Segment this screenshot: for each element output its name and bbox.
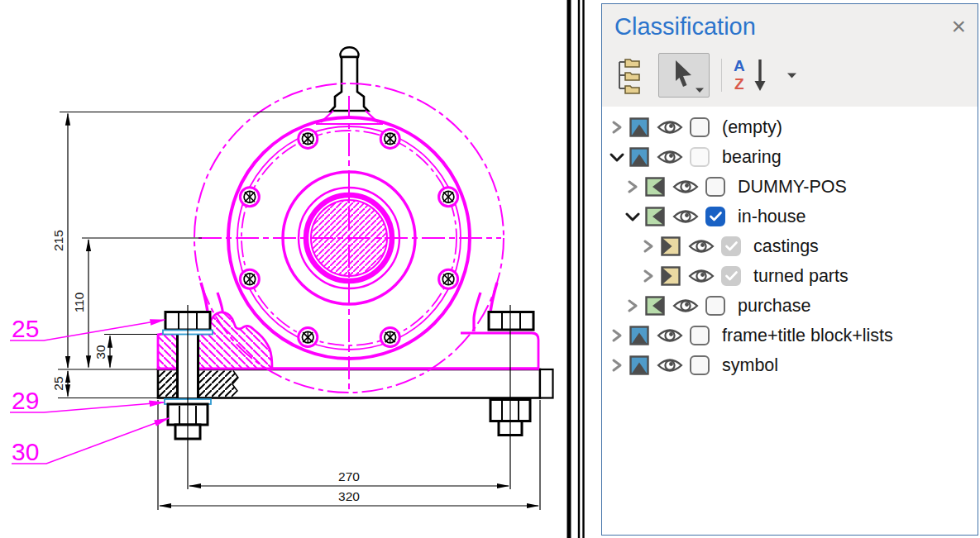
visibility-eye-icon[interactable]: [672, 178, 699, 196]
visibility-eye-icon[interactable]: [688, 267, 715, 285]
layer-checkbox[interactable]: [690, 147, 710, 167]
close-icon[interactable]: ×: [951, 16, 966, 37]
chevron-icon[interactable]: [607, 355, 627, 375]
layer-type-icon: [629, 147, 649, 167]
layer-type-icon: [645, 296, 665, 316]
tree-row-frame-title-block-lists[interactable]: frame+title block+lists: [602, 321, 978, 350]
panel-title: Classification: [614, 13, 756, 40]
cover-bolt: [240, 188, 259, 207]
tree-row-symbol[interactable]: symbol: [602, 350, 978, 380]
visibility-eye-icon[interactable]: [657, 148, 683, 166]
balloon-30: 30: [12, 438, 39, 465]
chevron-icon[interactable]: [623, 296, 643, 316]
dim-270: 270: [338, 469, 360, 483]
chevron-icon[interactable]: [623, 177, 643, 197]
visibility-eye-icon[interactable]: [657, 118, 683, 136]
balloons[interactable]: 25 29 30: [10, 315, 169, 465]
sort-z-glyph: Z: [734, 75, 744, 93]
dim-215: 215: [51, 230, 65, 251]
layer-checkbox[interactable]: [705, 296, 725, 316]
structure-tree-icon[interactable]: [614, 55, 645, 95]
layer-label: symbol: [722, 355, 778, 376]
layer-label: (empty): [722, 117, 782, 138]
tree-row-castings[interactable]: castings: [602, 231, 978, 261]
classification-panel: Classification ×: [601, 3, 978, 536]
tree-row--empty-[interactable]: (empty): [602, 112, 978, 142]
dim-30: 30: [93, 345, 108, 359]
dim-320: 320: [338, 489, 360, 503]
tree-row-in-house[interactable]: in-house: [602, 202, 978, 231]
chevron-icon[interactable]: [638, 236, 658, 256]
layer-checkbox[interactable]: [690, 355, 710, 375]
chevron-icon[interactable]: [607, 326, 627, 345]
app-stage: 215 110 30 25 270 320 25 29 30 Classific…: [0, 0, 980, 538]
visibility-eye-icon[interactable]: [657, 326, 683, 345]
toolbar-dropdown-icon[interactable]: [786, 72, 797, 79]
tree-row-bearing[interactable]: bearing: [602, 142, 978, 172]
cover-bolt: [380, 129, 399, 148]
cover-bolt: [299, 328, 318, 347]
panel-header: Classification ×: [602, 4, 978, 49]
layer-label: in-house: [738, 207, 806, 227]
visibility-eye-icon[interactable]: [657, 356, 683, 374]
drawing-canvas[interactable]: 215 110 30 25 270 320 25 29 30: [0, 0, 589, 538]
layer-label: frame+title block+lists: [722, 326, 893, 346]
cover-bolt: [439, 188, 458, 207]
dim-25: 25: [51, 376, 65, 390]
layer-checkbox[interactable]: [705, 177, 725, 197]
sort-a-glyph: A: [734, 57, 745, 74]
balloon-29: 29: [12, 387, 39, 414]
panel-toolbar: A Z: [602, 49, 978, 107]
layer-type-icon: [661, 236, 681, 256]
cover-bolt: [380, 328, 399, 347]
tree-row-turned-parts[interactable]: turned parts: [602, 261, 978, 291]
layer-type-icon: [645, 207, 665, 226]
visibility-eye-icon[interactable]: [688, 237, 715, 255]
layer-label: bearing: [722, 147, 782, 168]
select-tool-button[interactable]: [658, 53, 710, 98]
base-plate: [158, 369, 553, 398]
layer-type-icon: [629, 326, 649, 345]
layer-type-icon: [629, 117, 649, 137]
classification-tree: (empty) bearing: [602, 107, 978, 535]
sort-az-icon[interactable]: A Z: [732, 56, 773, 94]
layer-label: DUMMY-POS: [738, 177, 847, 198]
layer-checkbox[interactable]: [721, 236, 741, 256]
dimensions[interactable]: [58, 112, 540, 511]
sheet-frame: [567, 0, 584, 538]
layer-checkbox[interactable]: [690, 117, 710, 137]
tree-row-purchase[interactable]: purchase: [602, 291, 978, 321]
chevron-icon[interactable]: [623, 207, 643, 226]
layer-type-icon: [661, 266, 681, 286]
balloon-25: 25: [12, 315, 39, 342]
layer-type-icon: [629, 355, 649, 375]
layer-label: castings: [753, 236, 819, 257]
layer-checkbox[interactable]: [690, 326, 710, 345]
chevron-icon[interactable]: [638, 266, 658, 286]
visibility-eye-icon[interactable]: [672, 297, 699, 315]
layer-type-icon: [645, 177, 665, 197]
chevron-icon[interactable]: [607, 147, 627, 167]
cover-bolt: [439, 269, 458, 288]
chevron-down-icon: [695, 87, 705, 93]
tree-row-dummy-pos[interactable]: DUMMY-POS: [602, 172, 978, 202]
layer-checkbox[interactable]: [705, 207, 725, 226]
cover-bolt: [299, 129, 318, 148]
layer-label: purchase: [738, 296, 810, 317]
layer-label: turned parts: [753, 266, 849, 287]
layer-checkbox[interactable]: [721, 266, 741, 286]
visibility-eye-icon[interactable]: [672, 207, 699, 226]
toolbar-separator: [721, 59, 722, 92]
chevron-icon[interactable]: [607, 117, 627, 137]
dim-110: 110: [72, 292, 86, 312]
cover-bolt: [240, 269, 259, 288]
